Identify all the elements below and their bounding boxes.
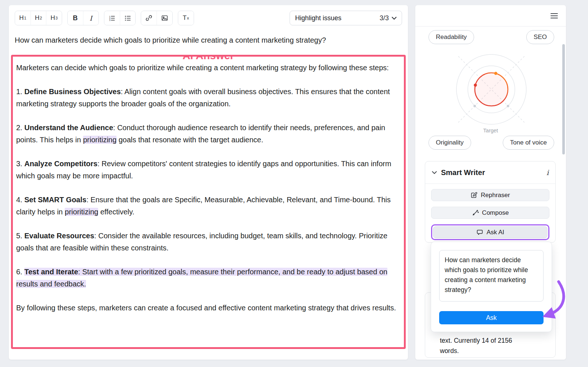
ask-ai-button[interactable]: Ask AI [433,226,548,238]
answer-text-segment: 1. [16,88,24,96]
rephraser-label: Rephraser [481,192,510,199]
editor-panel: H1 H2 H3 B I 123 [9,5,408,360]
answer-text-segment: 2. [16,124,24,132]
sidebar-scrollbar[interactable] [562,44,565,154]
smart-writer-title: Smart Writer [441,168,485,177]
link-icon [145,14,153,22]
heading-buttons-group: H1 H2 H3 [15,11,62,25]
h2-button[interactable]: H2 [31,11,46,25]
answer-paragraph[interactable]: By following these steps, marketers can … [16,302,397,314]
compose-label: Compose [482,209,509,217]
editor-toolbar: H1 H2 H3 B I 123 [9,5,408,30]
editor-question-text[interactable]: How can marketers decide which goals to … [9,30,408,51]
answer-text-segment: Set SMART Goals [24,196,86,204]
h1-label: H [19,14,24,22]
bullet-list-button[interactable] [120,11,135,25]
bullet-list-icon [124,15,131,22]
answer-paragraph[interactable]: Marketers can decide which goals to prio… [16,62,397,74]
ai-answer-annotation-label: AI Answer [177,55,240,63]
ask-ai-popup: How can marketers decide which goals to … [431,242,552,332]
ask-ai-label: Ask AI [487,229,504,236]
h2-label: H [35,14,39,22]
bold-glyph: B [73,14,78,22]
assistant-sidebar: Readability SEO Originality Tone of voic… [415,5,566,360]
answer-paragraph[interactable]: 5. Evaluate Resources: Consider the avai… [16,230,397,254]
highlight-issues-count: 3/3 [380,14,389,22]
compose-wand-icon [472,209,479,216]
ask-submit-button[interactable]: Ask [439,311,544,324]
clear-format-sub: x [187,16,189,20]
link-button[interactable] [141,11,157,25]
tone-of-voice-pill[interactable]: Tone of voice [503,136,554,150]
answer-text-segment: By following these steps, marketers can … [16,304,396,312]
ai-answer-body[interactable]: Marketers can decide which goals to prio… [15,62,399,314]
menu-icon[interactable] [551,13,558,19]
answer-text-segment: goals that resonate with the target audi… [116,136,263,144]
answer-text-segment: prioritizing [65,208,98,216]
answer-text-segment: prioritizing [83,136,116,144]
answer-paragraph[interactable]: 3. Analyze Competitors: Review competito… [16,158,397,182]
smart-writer-section: Smart Writer i Rephraser Compose [425,161,556,243]
italic-button[interactable]: I [83,11,98,25]
answer-paragraph[interactable]: 4. Set SMART Goals: Ensure that the goal… [16,194,397,218]
answer-text-segment: Understand the Audience [24,124,113,132]
gauge-target-label: Target [415,128,566,133]
partial-status-line: words. [440,346,549,356]
readability-pill[interactable]: Readability [429,30,474,44]
ordered-list-button[interactable]: 123 [104,11,120,25]
partial-status-line: text. Currently 14 of 2156 [440,335,549,346]
smart-writer-header[interactable]: Smart Writer i [425,161,555,184]
answer-paragraph[interactable]: 1. Define Business Objectives: Align con… [16,86,397,110]
ask-ai-annotation-box: Ask AI [431,224,549,240]
sidebar-header [415,5,566,26]
ordered-list-icon: 123 [108,15,115,22]
h1-sub: 1 [24,16,26,20]
answer-text-segment: Marketers can decide which goals to prio… [16,64,389,72]
h2-sub: 2 [40,16,42,20]
clear-formatting-button[interactable]: Tx [178,11,194,25]
rephraser-button[interactable]: Rephraser [431,189,549,201]
list-buttons-group: 123 [104,11,136,25]
answer-text-segment: 3. [16,160,24,168]
italic-glyph: I [90,14,92,22]
seo-pill[interactable]: SEO [526,30,554,44]
answer-text-segment: Analyze Competitors [24,160,97,168]
h3-button[interactable]: H3 [46,11,61,25]
ask-ai-question-input[interactable]: How can marketers decide which goals to … [439,250,544,302]
ai-answer-box: AI Answer Marketers can decide which goa… [11,55,406,349]
answer-text-segment: 5. [16,232,24,240]
answer-text-segment: Evaluate Resources [24,232,94,240]
partial-status-text: text. Currently 14 of 2156words. [440,335,549,356]
highlight-issues-label: Highlight issues [295,14,341,22]
image-button[interactable] [157,11,172,25]
insert-buttons-group [141,11,173,25]
chevron-down-icon [392,17,397,20]
originality-pill[interactable]: Originality [429,136,471,150]
clear-format-glyph: T [183,14,186,22]
h1-button[interactable]: H1 [15,11,31,25]
bold-button[interactable]: B [68,11,83,25]
score-gauge [451,49,532,130]
h3-sub: 3 [55,16,58,20]
answer-text-segment: Define Business Objectives [24,88,121,96]
answer-text-segment: 6. [16,268,24,276]
collapse-chevron-icon [432,171,437,174]
h3-label: H [50,14,55,22]
answer-paragraph[interactable]: 6. Test and Iterate: Start with a few pr… [16,266,397,290]
answer-text-segment: effectively. [98,208,134,216]
svg-text:3: 3 [109,19,111,21]
info-icon[interactable]: i [546,168,549,177]
clear-format-group: Tx [178,11,194,25]
answer-paragraph[interactable]: 2. Understand the Audience: Conduct thor… [16,122,397,146]
answer-text-segment: Test and Iterate [24,268,78,276]
compose-button[interactable]: Compose [431,207,549,219]
rephraser-edit-icon [470,192,477,199]
smart-writer-buttons: Rephraser Compose Ask AI [425,184,555,240]
image-icon [161,14,168,22]
text-style-group: B I [67,11,99,25]
ask-ai-chat-icon [476,229,483,236]
answer-text-segment: 4. [16,196,24,204]
highlight-issues-dropdown[interactable]: Highlight issues 3/3 [290,11,402,25]
